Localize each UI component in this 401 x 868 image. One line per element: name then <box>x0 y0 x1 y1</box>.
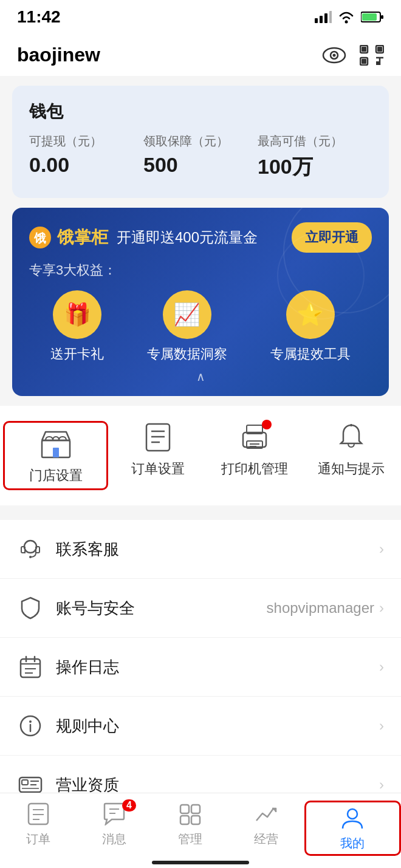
menu-item-operation-log[interactable]: 操作日志 › <box>0 638 401 697</box>
quick-menu-order-settings[interactable]: 订单设置 <box>109 420 206 491</box>
svg-rect-19 <box>376 61 380 65</box>
wallet-label-1: 领取保障（元） <box>143 133 258 149</box>
header-title: baojinew <box>17 44 100 66</box>
printer-icon-wrap <box>238 420 272 454</box>
svg-rect-60 <box>180 816 189 824</box>
calendar-icon <box>17 654 44 680</box>
menu-right-contact: › <box>379 541 384 558</box>
chevron-icon-contact: › <box>379 541 384 558</box>
wallet-value-0: 0.00 <box>29 153 143 177</box>
svg-rect-14 <box>362 47 366 52</box>
banner-icon-data: 📈 专属数据洞察 <box>147 290 227 363</box>
notify-icon <box>334 420 368 454</box>
svg-point-62 <box>348 809 357 819</box>
svg-point-34 <box>24 541 36 553</box>
wallet-title: 钱包 <box>29 100 372 123</box>
quick-menu-printer[interactable]: 打印机管理 <box>206 420 303 491</box>
scan-icon[interactable] <box>360 45 384 66</box>
menu-value-account: shopvipmanager <box>267 600 374 617</box>
nav-item-messages[interactable]: 4 消息 <box>76 801 152 856</box>
banner-icon-efficiency-label: 专属提效工具 <box>270 345 351 363</box>
quick-label-printer: 打印机管理 <box>221 460 288 478</box>
menu-item-account-security[interactable]: 账号与安全 shopvipmanager › <box>0 579 401 638</box>
nav-item-mine[interactable]: 我的 <box>304 801 401 856</box>
svg-rect-59 <box>191 805 200 813</box>
menu-right-log: › <box>379 658 384 675</box>
menu-item-rule-center[interactable]: 规则中心 › <box>0 697 401 756</box>
svg-rect-46 <box>22 780 28 785</box>
wallet-value-1: 500 <box>143 153 258 177</box>
svg-rect-58 <box>180 805 189 813</box>
nav-label-mine: 我的 <box>340 835 365 852</box>
svg-point-35 <box>29 556 32 558</box>
brand-logo-icon: 饿 <box>32 230 48 245</box>
wallet-item-withdrawable: 可提现（元） 0.00 <box>29 133 143 181</box>
svg-rect-1 <box>320 16 323 23</box>
nav-icon-manage <box>177 801 204 827</box>
menu-right-rule: › <box>379 717 384 734</box>
banner-collapse-arrow[interactable]: ∧ <box>29 369 372 384</box>
quick-menu-store-settings[interactable]: 门店设置 <box>3 421 108 490</box>
wallet-label-0: 可提现（元） <box>29 133 143 149</box>
menu-right-license: › <box>379 776 384 793</box>
banner-icon-gift-label: 送开卡礼 <box>50 345 104 363</box>
nav-icon-mine <box>339 805 366 832</box>
order-settings-icon <box>141 420 175 454</box>
banner-top: 饿 饿掌柜 开通即送400元流量金 立即开通 <box>29 222 372 253</box>
svg-text:饿: 饿 <box>33 231 46 245</box>
nav-item-business[interactable]: 经营 <box>228 801 304 856</box>
menu-text-log: 操作日志 <box>56 657 379 678</box>
eye-icon[interactable] <box>321 45 348 66</box>
wallet-label-2: 最高可借（元） <box>258 133 372 149</box>
header-actions <box>321 45 384 66</box>
wallet-row: 可提现（元） 0.00 领取保障（元） 500 最高可借（元） 100万 <box>29 133 372 181</box>
brand-name: 饿掌柜 <box>57 226 108 249</box>
status-icons <box>315 10 384 24</box>
home-indicator <box>152 861 249 864</box>
banner-open-btn[interactable]: 立即开通 <box>292 222 372 253</box>
banner-subtitle: 专享3大权益： <box>29 261 372 279</box>
menu-text-account: 账号与安全 <box>56 598 267 619</box>
svg-rect-7 <box>362 13 377 21</box>
battery-icon <box>361 11 384 23</box>
chevron-icon-account: › <box>379 600 384 617</box>
nav-label-business: 经营 <box>254 831 278 847</box>
bottom-nav: 订单 4 消息 管理 <box>0 793 401 868</box>
wifi-icon <box>338 10 355 24</box>
store-icon-svg <box>39 428 72 459</box>
quick-label-order: 订单设置 <box>131 460 185 478</box>
svg-rect-0 <box>315 18 318 23</box>
nav-label-orders: 订单 <box>26 831 50 847</box>
svg-point-10 <box>333 53 336 56</box>
banner-icon-gift-circle: 🎁 <box>53 290 101 339</box>
header: baojinew <box>0 34 401 76</box>
svg-rect-61 <box>191 816 200 824</box>
quick-label-notify: 通知与提示 <box>318 460 385 478</box>
brand-logo: 饿 <box>29 227 51 248</box>
nav-icon-messages: 4 <box>101 801 128 827</box>
promotion-banner[interactable]: 饿 饿掌柜 开通即送400元流量金 立即开通 专享3大权益： 🎁 送开卡礼 📈 … <box>12 208 389 396</box>
banner-desc: 开通即送400元流量金 <box>117 228 258 247</box>
banner-icon-gift: 🎁 送开卡礼 <box>50 290 104 363</box>
banner-icon-data-label: 专属数据洞察 <box>147 345 227 363</box>
banner-icon-efficiency-circle: ⭐ <box>286 290 335 339</box>
nav-icon-orders <box>25 801 52 827</box>
banner-icon-efficiency: ⭐ 专属提效工具 <box>270 290 351 363</box>
svg-rect-2 <box>324 13 327 23</box>
order-icon-svg <box>143 422 173 452</box>
nav-label-manage: 管理 <box>178 831 202 847</box>
banner-icons-row: 🎁 送开卡礼 📈 专属数据洞察 ⭐ 专属提效工具 <box>29 290 372 363</box>
quick-menu-notify[interactable]: 通知与提示 <box>303 420 399 491</box>
banner-icon-data-circle: 📈 <box>163 290 211 339</box>
wallet-value-2: 100万 <box>258 153 372 181</box>
chevron-icon-license: › <box>379 776 384 793</box>
bell-icon-svg <box>336 422 366 452</box>
nav-item-orders[interactable]: 订单 <box>0 801 76 856</box>
menu-item-contact-service[interactable]: 联系客服 › <box>0 520 401 579</box>
nav-icon-business <box>253 801 279 827</box>
nav-item-manage[interactable]: 管理 <box>152 801 228 856</box>
printer-badge <box>262 420 272 429</box>
svg-point-4 <box>345 21 348 24</box>
wallet-item-max-borrow: 最高可借（元） 100万 <box>258 133 372 181</box>
store-settings-icon <box>39 426 73 460</box>
